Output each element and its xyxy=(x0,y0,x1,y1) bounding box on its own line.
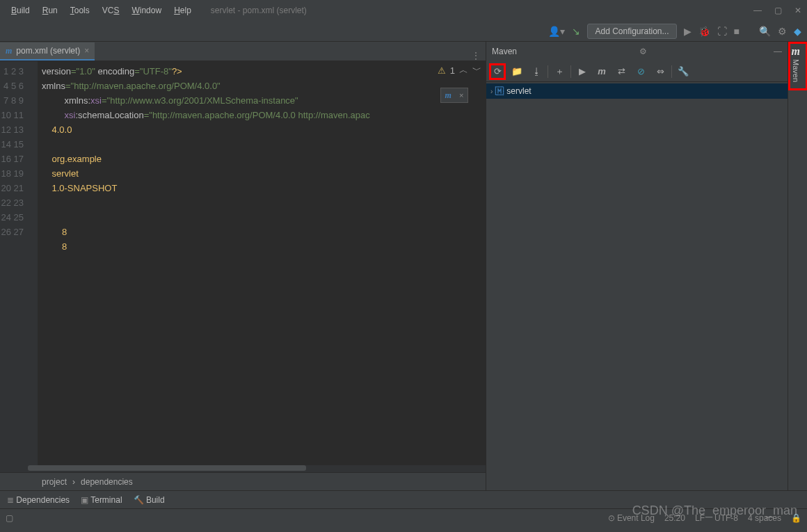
coverage-icon[interactable]: ⛶ xyxy=(717,26,727,37)
maven-project-label: servlet xyxy=(506,86,531,96)
menu-vcs[interactable]: VCS xyxy=(97,3,125,18)
maven-settings-icon[interactable]: ⚙ xyxy=(639,47,647,56)
dependencies-tool[interactable]: ≣ Dependencies xyxy=(7,495,70,505)
file-encoding[interactable]: UTF-8 xyxy=(714,513,738,523)
menu-window[interactable]: Window xyxy=(126,3,167,18)
tab-more-icon[interactable]: ⋮ xyxy=(466,51,486,61)
close-icon[interactable]: ✕ xyxy=(794,6,801,15)
maven-logo-icon: m xyxy=(792,45,804,58)
debug-icon[interactable]: 🐞 xyxy=(698,26,710,37)
maven-float-widget[interactable]: m × xyxy=(440,88,468,103)
maven-generate-icon[interactable]: 📁 xyxy=(509,63,525,80)
maven-toggle-icon[interactable]: ⇄ xyxy=(613,63,630,80)
tree-expand-icon[interactable]: › xyxy=(490,88,493,95)
build-tool[interactable]: 🔨 Build xyxy=(134,495,165,505)
user-icon[interactable]: 👤▾ xyxy=(548,26,565,37)
search-icon[interactable]: 🔍 xyxy=(759,26,771,37)
maven-side-label: Maven xyxy=(792,59,800,82)
warning-count: 1 xyxy=(450,65,455,76)
add-configuration-button[interactable]: Add Configuration... xyxy=(587,24,676,39)
maven-title: Maven xyxy=(492,47,517,56)
maven-module-icon: 🇲 xyxy=(495,86,504,96)
maven-add-icon[interactable]: ＋ xyxy=(551,63,568,80)
nav-up-icon[interactable]: ︿ xyxy=(459,64,468,76)
maven-hide-icon[interactable]: — xyxy=(774,47,782,56)
ide-icon[interactable]: ◆ xyxy=(794,26,801,37)
maven-tree[interactable]: › 🇲 servlet xyxy=(486,82,788,490)
menu-build[interactable]: Build xyxy=(6,3,35,18)
maven-panel-header: Maven ⚙ — xyxy=(486,42,788,61)
line-gutter: 1 2 3 4 5 6 7 8 9 10 11 12 13 14 15 16 1… xyxy=(0,61,29,465)
window-title: servlet - pom.xml (servlet) xyxy=(211,6,307,15)
maven-widget-close-icon[interactable]: × xyxy=(459,91,463,99)
lock-icon[interactable]: 🔒 xyxy=(791,513,801,523)
line-ending[interactable]: LF xyxy=(695,513,705,523)
crumb-dependencies[interactable]: dependencies xyxy=(81,477,133,487)
caret-position[interactable]: 25:20 xyxy=(664,513,685,523)
settings-icon[interactable]: ⚙ xyxy=(778,26,787,37)
breadcrumb[interactable]: project › dependencies xyxy=(0,472,486,490)
maven-toolbar: ⟳ 📁 ⭳ ＋ ▶ m ⇄ ⊘ ⇔ 🔧 xyxy=(486,61,788,82)
maven-widget-icon: m xyxy=(445,90,452,101)
warning-icon[interactable]: ⚠ xyxy=(438,65,446,76)
tab-close-icon[interactable]: × xyxy=(84,46,89,56)
menu-run[interactable]: Run xyxy=(37,3,63,18)
run-icon[interactable]: ▶ xyxy=(684,26,692,37)
main-menu[interactable]: Build Run Tools VCS Window Help xyxy=(6,3,197,18)
menu-help[interactable]: Help xyxy=(168,3,197,18)
maven-reload-icon[interactable]: ⟳ xyxy=(489,63,506,80)
code-editor[interactable]: 1 2 3 4 5 6 7 8 9 10 11 12 13 14 15 16 1… xyxy=(0,61,486,465)
maven-download-icon[interactable]: ⭳ xyxy=(528,63,545,80)
hammer-icon[interactable]: ↘ xyxy=(572,26,580,37)
event-log-link[interactable]: ⊙ Event Log xyxy=(608,513,655,523)
editor-tab[interactable]: m pom.xml (servlet) × xyxy=(0,42,95,61)
fold-gutter[interactable] xyxy=(29,61,38,465)
stop-icon[interactable]: ■ xyxy=(734,26,740,37)
horizontal-scrollbar[interactable] xyxy=(0,465,486,472)
terminal-tool[interactable]: ▣ Terminal xyxy=(81,495,122,505)
maven-project-node[interactable]: › 🇲 servlet xyxy=(486,83,788,99)
maven-run-icon[interactable]: ▶ xyxy=(574,63,591,80)
crumb-project[interactable]: project xyxy=(42,477,67,487)
tab-label: pom.xml (servlet) xyxy=(16,46,80,56)
indent-setting[interactable]: 4 spaces xyxy=(748,513,781,523)
maven-wrench-icon[interactable]: 🔧 xyxy=(675,63,692,80)
maven-file-icon: m xyxy=(6,46,12,56)
maven-skip-icon[interactable]: ⊘ xyxy=(632,63,649,80)
maven-m-icon[interactable]: m xyxy=(593,63,610,80)
maven-tool-tab[interactable]: m Maven xyxy=(788,42,808,90)
crumb-sep: › xyxy=(72,477,75,487)
menu-tools[interactable]: Tools xyxy=(65,3,95,18)
nav-down-icon[interactable]: ﹀ xyxy=(472,64,481,76)
status-left-icon[interactable]: ▢ xyxy=(6,513,13,523)
minimize-icon[interactable]: — xyxy=(753,6,762,15)
maven-collapse-icon[interactable]: ⇔ xyxy=(652,63,669,80)
maximize-icon[interactable]: ▢ xyxy=(774,6,782,15)
